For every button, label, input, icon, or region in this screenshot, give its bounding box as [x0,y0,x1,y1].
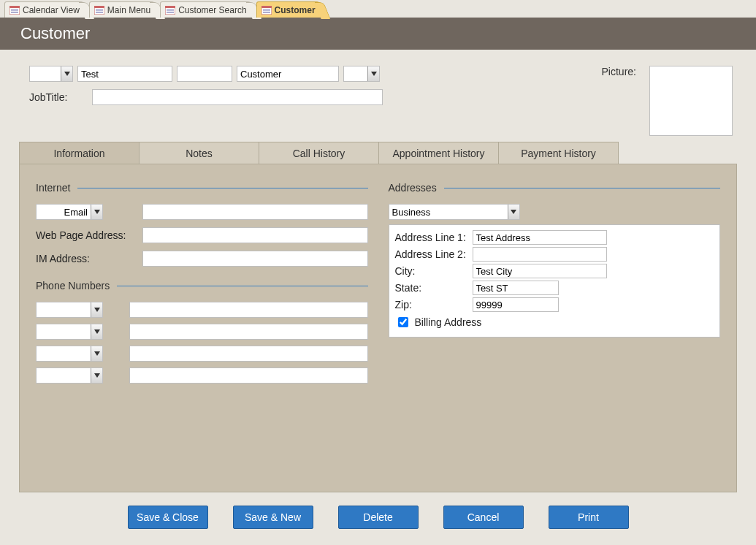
tab-payment-history[interactable]: Payment History [498,142,619,164]
phone-number-input[interactable] [129,367,368,384]
picture-box[interactable] [649,66,733,136]
jobtitle-input[interactable] [92,89,383,105]
svg-marker-17 [371,72,377,76]
addresses-group-title: Addresses [389,182,721,194]
svg-marker-21 [94,351,100,356]
phone-type-input[interactable] [37,302,91,317]
chevron-down-icon[interactable] [91,346,102,361]
chevron-down-icon[interactable] [91,368,102,383]
state-input[interactable] [473,281,559,295]
svg-rect-11 [167,12,174,13]
phone-type-input[interactable] [37,324,91,339]
web-page-input[interactable] [142,227,368,243]
phone-type-combo[interactable] [36,367,103,384]
phone-number-input[interactable] [129,324,368,340]
svg-rect-13 [261,6,272,8]
svg-rect-15 [263,12,270,13]
window-tab-customer-search[interactable]: Customer Search [160,1,254,18]
svg-marker-16 [64,72,70,76]
right-column: Addresses Address Line 1: Address Line 2… [389,178,721,479]
phone-type-combo[interactable] [36,346,103,362]
divider-line [77,188,367,188]
phone-row [36,346,368,362]
tab-call-history[interactable]: Call History [259,142,379,164]
group-label: Addresses [389,182,437,194]
divider-line [117,286,367,286]
svg-rect-6 [96,9,103,11]
delete-button[interactable]: Delete [338,506,419,529]
chevron-down-icon[interactable] [61,66,72,81]
web-page-label: Web Page Address: [36,229,138,241]
billing-address-checkbox[interactable] [398,317,408,327]
save-new-button[interactable]: Save & New [233,506,313,529]
tab-information[interactable]: Information [19,142,140,164]
button-label: Delete [363,511,392,523]
print-button[interactable]: Print [549,506,629,529]
phone-row [36,367,368,384]
prefix-combo[interactable] [29,66,73,82]
cancel-button[interactable]: Cancel [443,506,524,529]
first-name-input[interactable] [77,66,172,82]
tab-notes[interactable]: Notes [139,142,259,164]
svg-rect-5 [94,6,104,8]
address-type-combo[interactable] [389,204,520,220]
window-tab-customer[interactable]: Customer [256,1,324,18]
tab-label: Payment History [521,148,596,159]
phone-number-input[interactable] [129,346,368,362]
svg-marker-22 [94,373,100,378]
tab-label: Call History [293,148,345,159]
window-tab-main-menu[interactable]: Main Menu [89,1,159,18]
window-tab-calendar-view[interactable]: Calendar View [4,1,88,18]
address-line2-input[interactable] [473,247,607,262]
last-name-input[interactable] [237,66,339,82]
im-address-input[interactable] [142,251,368,267]
phone-type-combo[interactable] [36,324,103,340]
suffix-combo[interactable] [343,66,380,82]
window-tab-label: Main Menu [107,5,150,15]
zip-input[interactable] [473,297,559,312]
tab-label: Appointment History [392,148,484,159]
svg-marker-23 [511,210,516,214]
chevron-down-icon[interactable] [91,205,102,219]
window-tab-label: Calendar View [23,5,80,15]
page-header: Customer [0,18,756,50]
contact-value-input[interactable] [142,204,368,220]
chevron-down-icon[interactable] [367,66,379,81]
phone-rows [36,302,368,384]
address-line1-input[interactable] [473,230,607,245]
internet-group-title: Internet [36,182,368,194]
phone-type-combo[interactable] [36,302,103,318]
chevron-down-icon[interactable] [91,302,102,317]
city-label: City: [395,265,468,277]
contact-type-combo[interactable] [36,204,103,220]
phone-type-input[interactable] [37,346,91,361]
app-root: Calendar View Main Menu Customer Search … [0,0,756,545]
svg-rect-1 [9,6,20,8]
middle-name-input[interactable] [177,66,232,82]
address-line2-label: Address Line 2: [395,248,468,260]
phone-number-input[interactable] [129,302,368,318]
tab-appointment-history[interactable]: Appointment History [378,142,499,164]
suffix-input[interactable] [344,66,367,81]
prefix-input[interactable] [30,66,61,81]
chevron-down-icon[interactable] [508,205,519,219]
svg-marker-18 [94,210,100,214]
divider-line [444,188,720,188]
button-label: Cancel [467,511,500,523]
phone-type-input[interactable] [37,368,91,383]
detail-tabs: Information Notes Call History Appointme… [19,142,737,164]
state-label: State: [395,282,468,294]
chevron-down-icon[interactable] [91,324,102,339]
city-input[interactable] [473,264,607,278]
svg-rect-9 [165,6,175,8]
form-icon [94,6,104,15]
address-type-input[interactable] [389,205,508,219]
svg-rect-3 [11,12,18,13]
save-close-button[interactable]: Save & Close [128,506,208,529]
jobtitle-label: JobTitle: [29,91,88,103]
form-icon [9,6,20,15]
button-label: Save & Close [137,511,199,523]
contact-type-input[interactable] [37,205,91,219]
form-icon [261,6,272,15]
group-label: Phone Numbers [36,280,110,291]
